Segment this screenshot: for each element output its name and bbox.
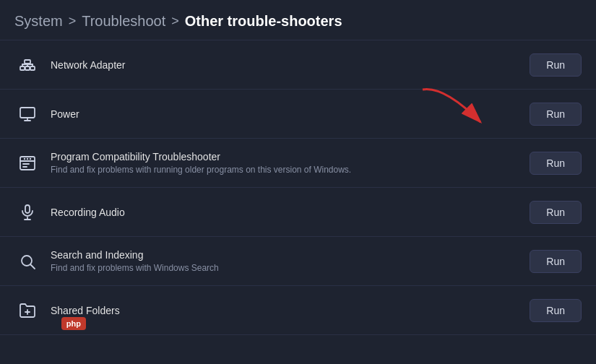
item-recording-audio: Recording Audio Run [0,188,596,237]
power-icon [14,105,40,123]
svg-rect-19 [25,205,30,213]
network-adapter-run-button[interactable]: Run [530,53,582,77]
recording-audio-title: Recording Audio [51,207,530,218]
item-shared-folders: Shared Folders Run php [0,286,596,335]
shared-folders-title: Shared Folders [51,305,530,316]
item-power: Power Run [0,90,596,139]
shared-folders-run-button[interactable]: Run [530,299,582,322]
search-indexing-run-button[interactable]: Run [530,250,582,273]
network-icon [14,56,40,74]
search-indexing-text: Search and Indexing Find and fix problem… [51,249,530,273]
breadcrumb-sep1: > [69,14,77,29]
power-run-button[interactable]: Run [530,103,582,126]
item-network-adapter: Network Adapter Run [0,40,596,90]
breadcrumb: System > Troubleshoot > Other trouble-sh… [0,0,596,40]
svg-line-23 [31,264,35,269]
search-indexing-title: Search and Indexing [51,249,530,261]
troubleshooter-list: Network Adapter Run Power Run [0,40,596,335]
power-title: Power [51,108,530,120]
network-adapter-text: Network Adapter [51,59,530,71]
svg-rect-8 [20,108,35,118]
program-icon [14,155,40,172]
shared-folders-text: Shared Folders [51,305,530,316]
breadcrumb-sep2: > [171,14,179,29]
shared-folders-icon [14,302,40,319]
search-icon [14,253,40,270]
recording-audio-run-button[interactable]: Run [530,201,582,224]
power-text: Power [51,108,530,120]
breadcrumb-system[interactable]: System [14,13,63,30]
network-adapter-title: Network Adapter [51,59,530,71]
item-search-indexing: Search and Indexing Find and fix problem… [0,237,596,286]
php-badge: php [61,317,86,330]
item-program-compatibility: Program Compatibility Troubleshooter Fin… [0,139,596,188]
program-compatibility-desc: Find and fix problems with running older… [51,165,530,175]
program-compatibility-run-button[interactable]: Run [530,152,582,175]
breadcrumb-troubleshoot[interactable]: Troubleshoot [82,13,165,30]
program-compatibility-text: Program Compatibility Troubleshooter Fin… [51,151,530,175]
search-indexing-desc: Find and fix problems with Windows Searc… [51,263,530,273]
recording-audio-text: Recording Audio [51,207,530,218]
microphone-icon [14,204,40,221]
breadcrumb-current: Other trouble-shooters [185,13,342,30]
program-compatibility-title: Program Compatibility Troubleshooter [51,151,530,162]
